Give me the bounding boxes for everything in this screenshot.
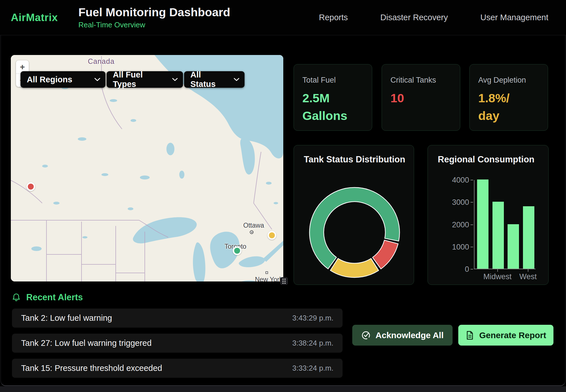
recent-alerts-title: Recent Alerts — [26, 292, 83, 303]
alert-row[interactable]: Tank 2: Low fuel warning 3:43:29 p.m. — [12, 309, 343, 328]
brand-logo: AirMatrix — [11, 12, 58, 24]
status-filter-dropdown[interactable]: All Status — [184, 71, 245, 88]
alert-timestamp: 3:43:29 p.m. — [292, 314, 333, 322]
y-axis-tick-label: 2000 — [446, 220, 469, 229]
tank-marker[interactable] — [26, 182, 35, 191]
donut-slice-yellow[interactable] — [330, 258, 378, 277]
check-circle-icon — [361, 331, 370, 340]
chevron-down-icon — [94, 78, 100, 81]
map-resize-grip[interactable] — [280, 277, 288, 285]
chevron-down-icon — [172, 78, 178, 81]
acknowledge-all-label: Acknowledge All — [376, 330, 444, 340]
map-label-ottawa: Ottawa — [243, 222, 264, 229]
y-axis-tick-mark — [471, 224, 473, 225]
alert-message: Tank 27: Low fuel warning triggered — [21, 338, 152, 348]
tank-map[interactable]: Canada Ottawa Toronto New York + − All R… — [11, 55, 283, 281]
top-bar: AirMatrix Fuel Monitoring Dashboard Real… — [0, 0, 566, 35]
tank-marker[interactable] — [267, 231, 276, 240]
generate-report-label: Generate Report — [479, 330, 546, 340]
x-axis-tick-label: Midwest — [483, 272, 512, 281]
fuel-type-filter-dropdown[interactable]: All Fuel Types — [107, 71, 183, 88]
stat-card-critical-tanks: Critical Tanks 10 — [382, 64, 460, 131]
footer-strip — [0, 386, 566, 392]
alert-timestamp: 3:38:24 p.m. — [292, 339, 333, 348]
chevron-down-icon — [234, 78, 239, 81]
bar-chart-title: Regional Consumption — [438, 154, 534, 165]
tank-status-donut-chart — [308, 185, 402, 279]
bell-icon — [12, 293, 21, 302]
map-label-canada: Canada — [88, 57, 115, 66]
alert-row[interactable]: Tank 15: Pressure threshold exceeded 3:3… — [12, 359, 343, 378]
consumption-bar[interactable] — [492, 202, 504, 269]
stat-label: Total Fuel — [302, 76, 363, 85]
y-axis-tick-label: 0 — [446, 265, 469, 274]
acknowledge-all-button[interactable]: Acknowledge All — [352, 325, 453, 346]
consumption-bar[interactable] — [508, 224, 519, 269]
map-label-new-york: New York — [255, 276, 282, 282]
ottawa-city-dot — [250, 230, 254, 234]
regional-consumption-bar-chart — [474, 180, 536, 269]
regional-consumption-panel: Regional Consumption 01000200030004000 M… — [427, 145, 549, 285]
new-york-city-dot — [266, 271, 268, 274]
alert-timestamp: 3:33:24 p.m. — [292, 364, 333, 373]
stat-value: 1.8%/ day — [478, 89, 539, 125]
page-subtitle: Real-Time Overview — [78, 21, 230, 29]
alert-message: Tank 15: Pressure threshold exceeded — [21, 364, 162, 373]
status-filter-value: All Status — [190, 70, 226, 89]
recent-alerts-header: Recent Alerts — [12, 292, 83, 303]
y-axis-tick-label: 4000 — [446, 176, 469, 185]
y-axis-tick-mark — [471, 247, 473, 247]
stat-label: Avg Depletion — [478, 76, 539, 85]
stat-value: 10 — [390, 89, 451, 107]
donut-chart-title: Tank Status Distribution — [304, 154, 405, 165]
stat-card-avg-depletion: Avg Depletion 1.8%/ day — [469, 64, 548, 131]
alert-message: Tank 2: Low fuel warning — [21, 313, 112, 323]
nav-disaster-recovery[interactable]: Disaster Recovery — [380, 13, 448, 22]
title-block: Fuel Monitoring Dashboard Real-Time Over… — [78, 6, 230, 29]
tank-status-distribution-panel: Tank Status Distribution — [294, 145, 414, 285]
stat-value: 2.5M Gallons — [302, 89, 363, 125]
document-icon — [465, 331, 474, 340]
y-axis-tick-label: 1000 — [446, 242, 469, 251]
region-filter-dropdown[interactable]: All Regions — [21, 71, 105, 88]
y-axis-tick-label: 3000 — [446, 198, 469, 207]
stat-card-total-fuel: Total Fuel 2.5M Gallons — [294, 64, 372, 131]
y-axis-tick-mark — [471, 202, 473, 203]
stat-label: Critical Tanks — [390, 76, 451, 85]
consumption-bar[interactable] — [523, 206, 534, 269]
tank-marker[interactable] — [233, 246, 242, 255]
region-filter-value: All Regions — [27, 75, 72, 84]
map-filter-bar: All Regions All Fuel Types All Status — [21, 71, 245, 88]
x-axis-tick-label: West — [519, 272, 537, 281]
x-axis-tick-mark — [528, 269, 528, 272]
nav-user-management[interactable]: User Management — [480, 13, 548, 22]
y-axis-tick-mark — [471, 269, 473, 270]
fuel-monitoring-dashboard: AirMatrix Fuel Monitoring Dashboard Real… — [0, 0, 566, 392]
consumption-bar[interactable] — [477, 179, 488, 269]
y-axis-tick-mark — [471, 180, 473, 180]
fuel-type-filter-value: All Fuel Types — [113, 70, 165, 89]
generate-report-button[interactable]: Generate Report — [458, 325, 553, 346]
x-axis-tick-mark — [497, 269, 498, 272]
main-nav: Reports Disaster Recovery User Managemen… — [319, 13, 566, 22]
nav-reports[interactable]: Reports — [319, 13, 348, 22]
alert-row[interactable]: Tank 27: Low fuel warning triggered 3:38… — [12, 334, 343, 353]
page-title: Fuel Monitoring Dashboard — [78, 6, 230, 19]
donut-slice-red[interactable] — [372, 240, 398, 269]
